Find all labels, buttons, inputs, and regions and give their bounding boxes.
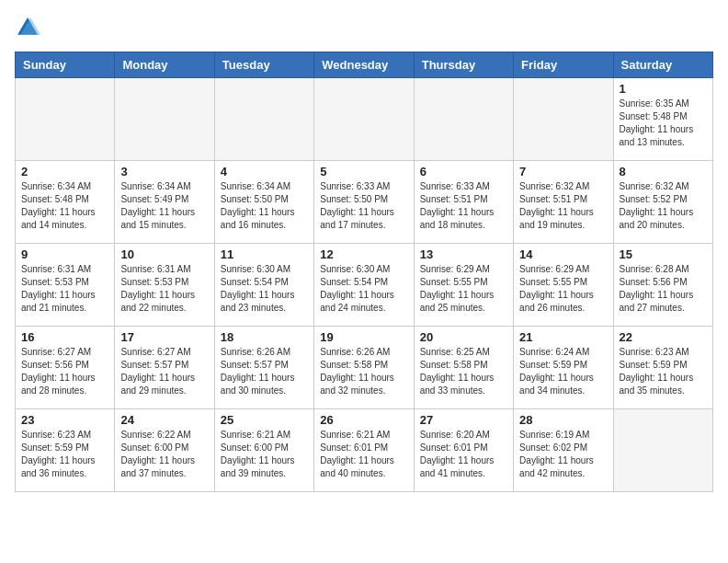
day-number: 8 (620, 165, 707, 178)
calendar-cell: 27Sunrise: 6:20 AM Sunset: 6:01 PM Dayli… (414, 409, 513, 492)
day-number: 23 (21, 413, 108, 427)
calendar-cell: 19Sunrise: 6:26 AM Sunset: 5:58 PM Dayli… (314, 327, 414, 409)
weekday-friday: Friday (514, 52, 613, 78)
day-info: Sunrise: 6:19 AM Sunset: 6:02 PM Dayligh… (519, 429, 607, 480)
calendar-cell (514, 78, 613, 161)
day-number: 13 (420, 247, 507, 261)
calendar-cell: 23Sunrise: 6:23 AM Sunset: 5:59 PM Dayli… (16, 409, 115, 492)
calendar-cell: 7Sunrise: 6:32 AM Sunset: 5:51 PM Daylig… (514, 161, 613, 244)
day-info: Sunrise: 6:24 AM Sunset: 5:59 PM Dayligh… (519, 346, 607, 397)
calendar-cell: 6Sunrise: 6:33 AM Sunset: 5:51 PM Daylig… (414, 161, 513, 244)
calendar-cell: 20Sunrise: 6:25 AM Sunset: 5:58 PM Dayli… (414, 327, 513, 409)
calendar-cell: 26Sunrise: 6:21 AM Sunset: 6:01 PM Dayli… (314, 409, 414, 492)
week-row-4: 23Sunrise: 6:23 AM Sunset: 5:59 PM Dayli… (16, 409, 713, 492)
day-info: Sunrise: 6:21 AM Sunset: 6:00 PM Dayligh… (221, 429, 308, 480)
weekday-header-row: SundayMondayTuesdayWednesdayThursdayFrid… (16, 52, 713, 78)
logo (15, 15, 44, 40)
day-info: Sunrise: 6:31 AM Sunset: 5:53 PM Dayligh… (120, 263, 208, 315)
calendar-body: 1Sunrise: 6:35 AM Sunset: 5:48 PM Daylig… (16, 78, 713, 492)
calendar-cell (414, 78, 513, 161)
calendar-cell: 13Sunrise: 6:29 AM Sunset: 5:55 PM Dayli… (414, 244, 513, 327)
weekday-thursday: Thursday (414, 52, 513, 78)
calendar-cell: 12Sunrise: 6:30 AM Sunset: 5:54 PM Dayli… (314, 244, 414, 327)
week-row-3: 16Sunrise: 6:27 AM Sunset: 5:56 PM Dayli… (16, 327, 713, 409)
day-info: Sunrise: 6:34 AM Sunset: 5:50 PM Dayligh… (221, 180, 308, 232)
logo-icon (15, 15, 40, 40)
day-number: 28 (519, 413, 607, 427)
page-header (15, 15, 713, 40)
day-number: 21 (519, 330, 607, 344)
day-number: 3 (120, 165, 208, 178)
day-number: 19 (320, 330, 407, 344)
day-number: 22 (620, 330, 707, 344)
day-info: Sunrise: 6:32 AM Sunset: 5:51 PM Dayligh… (519, 180, 607, 232)
weekday-wednesday: Wednesday (314, 52, 414, 78)
weekday-sunday: Sunday (16, 52, 115, 78)
day-number: 24 (120, 413, 208, 427)
day-number: 14 (519, 247, 607, 261)
day-number: 12 (320, 247, 407, 261)
calendar-cell: 5Sunrise: 6:33 AM Sunset: 5:50 PM Daylig… (314, 161, 414, 244)
day-number: 16 (21, 330, 108, 344)
day-info: Sunrise: 6:29 AM Sunset: 5:55 PM Dayligh… (519, 263, 607, 315)
day-info: Sunrise: 6:34 AM Sunset: 5:48 PM Dayligh… (21, 180, 108, 232)
day-number: 26 (320, 413, 407, 427)
calendar-cell: 3Sunrise: 6:34 AM Sunset: 5:49 PM Daylig… (115, 161, 214, 244)
calendar-cell: 22Sunrise: 6:23 AM Sunset: 5:59 PM Dayli… (613, 327, 712, 409)
day-number: 4 (221, 165, 308, 178)
day-number: 6 (420, 165, 507, 178)
weekday-saturday: Saturday (613, 52, 712, 78)
day-info: Sunrise: 6:34 AM Sunset: 5:49 PM Dayligh… (120, 180, 208, 232)
day-number: 18 (221, 330, 308, 344)
day-info: Sunrise: 6:27 AM Sunset: 5:56 PM Dayligh… (21, 346, 108, 397)
day-info: Sunrise: 6:20 AM Sunset: 6:01 PM Dayligh… (420, 429, 507, 480)
calendar-cell: 8Sunrise: 6:32 AM Sunset: 5:52 PM Daylig… (613, 161, 712, 244)
day-info: Sunrise: 6:32 AM Sunset: 5:52 PM Dayligh… (620, 180, 707, 232)
day-info: Sunrise: 6:35 AM Sunset: 5:48 PM Dayligh… (620, 98, 707, 149)
week-row-2: 9Sunrise: 6:31 AM Sunset: 5:53 PM Daylig… (16, 244, 713, 327)
day-number: 9 (21, 247, 108, 261)
day-info: Sunrise: 6:22 AM Sunset: 6:00 PM Dayligh… (120, 429, 208, 480)
day-info: Sunrise: 6:30 AM Sunset: 5:54 PM Dayligh… (221, 263, 308, 315)
day-number: 17 (120, 330, 208, 344)
calendar-cell: 4Sunrise: 6:34 AM Sunset: 5:50 PM Daylig… (214, 161, 313, 244)
calendar-cell: 1Sunrise: 6:35 AM Sunset: 5:48 PM Daylig… (613, 78, 712, 161)
day-number: 2 (21, 165, 108, 178)
day-info: Sunrise: 6:33 AM Sunset: 5:51 PM Dayligh… (420, 180, 507, 232)
calendar-table: SundayMondayTuesdayWednesdayThursdayFrid… (15, 52, 713, 492)
day-info: Sunrise: 6:26 AM Sunset: 5:58 PM Dayligh… (320, 346, 407, 397)
calendar-cell: 9Sunrise: 6:31 AM Sunset: 5:53 PM Daylig… (16, 244, 115, 327)
calendar-cell: 17Sunrise: 6:27 AM Sunset: 5:57 PM Dayli… (115, 327, 214, 409)
day-info: Sunrise: 6:27 AM Sunset: 5:57 PM Dayligh… (120, 346, 208, 397)
day-number: 5 (320, 165, 407, 178)
day-info: Sunrise: 6:23 AM Sunset: 5:59 PM Dayligh… (21, 429, 108, 480)
week-row-0: 1Sunrise: 6:35 AM Sunset: 5:48 PM Daylig… (16, 78, 713, 161)
day-number: 11 (221, 247, 308, 261)
calendar-cell: 24Sunrise: 6:22 AM Sunset: 6:00 PM Dayli… (115, 409, 214, 492)
week-row-1: 2Sunrise: 6:34 AM Sunset: 5:48 PM Daylig… (16, 161, 713, 244)
calendar-cell (314, 78, 414, 161)
day-info: Sunrise: 6:26 AM Sunset: 5:57 PM Dayligh… (221, 346, 308, 397)
calendar-cell: 14Sunrise: 6:29 AM Sunset: 5:55 PM Dayli… (514, 244, 613, 327)
day-info: Sunrise: 6:28 AM Sunset: 5:56 PM Dayligh… (620, 263, 707, 315)
day-number: 15 (620, 247, 707, 261)
calendar-cell (115, 78, 214, 161)
day-info: Sunrise: 6:23 AM Sunset: 5:59 PM Dayligh… (620, 346, 707, 397)
weekday-tuesday: Tuesday (214, 52, 313, 78)
day-info: Sunrise: 6:21 AM Sunset: 6:01 PM Dayligh… (320, 429, 407, 480)
calendar-cell (214, 78, 313, 161)
day-number: 25 (221, 413, 308, 427)
day-number: 7 (519, 165, 607, 178)
day-info: Sunrise: 6:30 AM Sunset: 5:54 PM Dayligh… (320, 263, 407, 315)
weekday-monday: Monday (115, 52, 214, 78)
day-info: Sunrise: 6:25 AM Sunset: 5:58 PM Dayligh… (420, 346, 507, 397)
day-info: Sunrise: 6:33 AM Sunset: 5:50 PM Dayligh… (320, 180, 407, 232)
calendar-cell (613, 409, 712, 492)
calendar-cell: 28Sunrise: 6:19 AM Sunset: 6:02 PM Dayli… (514, 409, 613, 492)
day-info: Sunrise: 6:31 AM Sunset: 5:53 PM Dayligh… (21, 263, 108, 315)
calendar-cell: 11Sunrise: 6:30 AM Sunset: 5:54 PM Dayli… (214, 244, 313, 327)
calendar-cell: 25Sunrise: 6:21 AM Sunset: 6:00 PM Dayli… (214, 409, 313, 492)
calendar-cell: 21Sunrise: 6:24 AM Sunset: 5:59 PM Dayli… (514, 327, 613, 409)
day-info: Sunrise: 6:29 AM Sunset: 5:55 PM Dayligh… (420, 263, 507, 315)
calendar-cell: 10Sunrise: 6:31 AM Sunset: 5:53 PM Dayli… (115, 244, 214, 327)
